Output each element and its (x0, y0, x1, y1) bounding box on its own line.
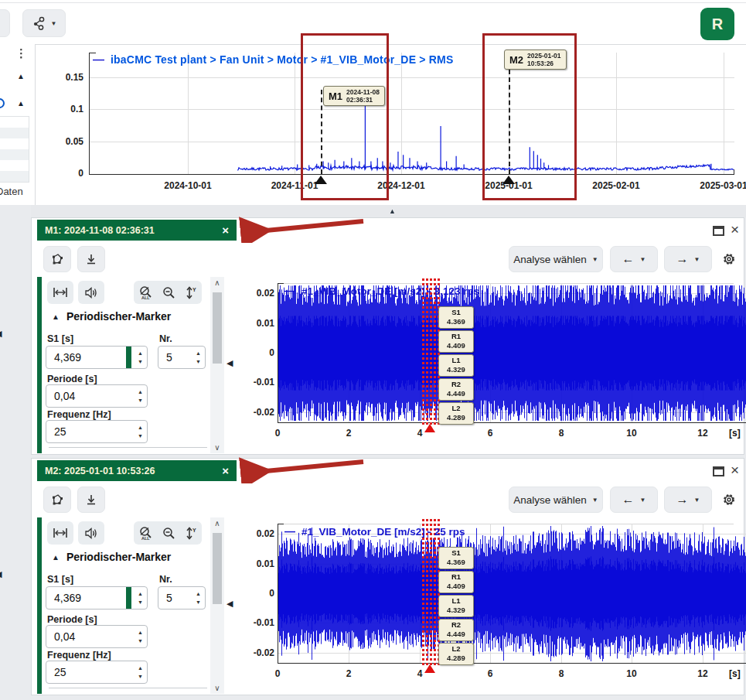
maximize-icon[interactable] (713, 226, 724, 236)
periodic-marker-section-header[interactable]: ▲ Periodischer-Marker (52, 551, 171, 563)
marker-flag-r1[interactable]: R1 4.409 (438, 571, 474, 593)
marker-flag-l1[interactable]: L1 4.329 (438, 354, 474, 377)
overview-trend-canvas[interactable] (89, 53, 734, 174)
shape-select-button[interactable] (43, 487, 71, 513)
wave-legend-label[interactable]: #1_VIB_Motor_DE [m/s2] - 3,123 rps (301, 285, 479, 297)
scrollbar-thumb[interactable] (213, 533, 222, 604)
waveform-canvas[interactable] (278, 524, 746, 663)
s1-stepper[interactable]: ▲▼ (138, 349, 143, 366)
marker-flag-s1[interactable]: S1 4.369 (438, 306, 474, 329)
marker-flag-r2[interactable]: R2 4.449 (438, 619, 474, 641)
prev-marker-button[interactable]: ← ▼ (610, 246, 658, 272)
list-item[interactable] (0, 160, 29, 171)
periodic-marker-line[interactable] (426, 278, 428, 425)
list-item[interactable] (0, 128, 29, 138)
panel-close-icon[interactable]: × (731, 221, 739, 237)
panel-close-icon[interactable]: × (731, 462, 739, 478)
marker-flag-s1[interactable]: S1 4.369 (438, 547, 474, 569)
periodic-marker-line[interactable] (430, 278, 432, 425)
prev-marker-button[interactable]: ← ▼ (610, 487, 658, 513)
partial-toolbar-button[interactable] (0, 9, 10, 37)
periode-input[interactable]: 0,04 ▲▼ (46, 625, 148, 648)
tab-close-icon[interactable]: × (222, 224, 229, 237)
frequenz-stepper[interactable]: ▲▼ (138, 664, 143, 681)
wave-legend-label[interactable]: #1_VIB_Motor_DE [m/s2] - 25 rps (301, 526, 465, 538)
settings-scrollbar[interactable]: ∧ ∨ (210, 277, 224, 453)
analyse-select-button[interactable]: Analyse wählen ▼ (509, 487, 603, 513)
sidebar-list-remnant[interactable] (0, 116, 29, 183)
settings-scrollbar[interactable]: ∧ ∨ (210, 517, 224, 694)
frequenz-input[interactable]: 25 ▲▼ (46, 661, 148, 684)
s1-input[interactable]: 4,369 ▲▼ (46, 346, 148, 369)
settings-button[interactable] (717, 248, 741, 271)
frequenz-input[interactable]: 25 ▲▼ (46, 420, 148, 443)
s1-input[interactable]: 4,369 ▲▼ (46, 586, 148, 610)
zoom-all-button[interactable]: ALL (138, 526, 153, 541)
settings-button[interactable] (717, 488, 741, 511)
list-item[interactable] (0, 138, 29, 149)
frequenz-stepper[interactable]: ▲▼ (138, 423, 143, 440)
scroll-up-icon[interactable]: ∧ (210, 278, 224, 287)
periode-stepper[interactable]: ▲▼ (138, 628, 143, 645)
maximize-icon[interactable] (713, 466, 724, 476)
periode-stepper[interactable]: ▲▼ (138, 388, 143, 405)
collapse-up-icon[interactable]: ▲ (17, 99, 25, 108)
settings-collapse-arrow[interactable]: ◀ (227, 599, 233, 609)
analyse-select-button[interactable]: Analyse wählen ▼ (509, 246, 603, 272)
audio-button[interactable] (78, 281, 104, 304)
user-avatar[interactable]: R (700, 8, 734, 40)
marker-flag-l1[interactable]: L1 4.329 (438, 595, 474, 617)
panel-collapse-arrow[interactable]: ◀ (0, 329, 2, 339)
waveform-canvas[interactable] (278, 284, 746, 422)
scroll-up-icon[interactable]: ∧ (210, 519, 224, 528)
next-marker-button[interactable]: → ▼ (664, 487, 712, 513)
periodic-marker-line[interactable] (422, 519, 424, 666)
nr-input[interactable]: 5 ▲▼ (158, 586, 206, 610)
nr-input[interactable]: 5 ▲▼ (158, 346, 206, 369)
marker-flag-r2[interactable]: R2 4.449 (438, 378, 474, 401)
collapse-up-icon[interactable]: ▲ (17, 72, 25, 80)
splitter-handle-icon[interactable]: ▲ (389, 207, 396, 215)
periodic-marker-line[interactable] (426, 519, 428, 666)
y-scale-button[interactable]: Y (185, 526, 197, 541)
zoom-out-button[interactable] (162, 285, 176, 300)
fit-width-button[interactable] (47, 281, 73, 304)
kebab-menu-icon[interactable]: ⋮ (15, 46, 27, 60)
next-marker-button[interactable]: → ▼ (664, 246, 712, 272)
panel-tab-m1[interactable]: M1: 2024-11-08 02:36:31 × (37, 220, 237, 241)
zoom-all-button[interactable]: ALL (138, 285, 153, 300)
periodic-marker-line[interactable] (422, 278, 424, 425)
periodic-marker-line[interactable] (434, 519, 436, 666)
tab-close-icon[interactable]: × (222, 464, 229, 477)
shape-select-button[interactable] (43, 246, 71, 272)
list-item[interactable] (0, 149, 29, 160)
periodic-marker-anchor[interactable] (424, 664, 435, 673)
panel-tab-m2[interactable]: M2: 2025-01-01 10:53:26 × (37, 460, 237, 481)
download-button[interactable] (77, 246, 105, 272)
share-menu-button[interactable]: ▼ (22, 9, 66, 37)
list-item[interactable] (0, 171, 29, 182)
horizontal-splitter[interactable]: ▲ (31, 205, 746, 217)
scroll-down-icon[interactable]: ∨ (210, 443, 224, 452)
periodic-marker-line[interactable] (434, 278, 436, 425)
download-button[interactable] (77, 487, 105, 513)
s1-stepper[interactable]: ▲▼ (138, 589, 143, 606)
periode-input[interactable]: 0,04 ▲▼ (46, 384, 148, 408)
marker-flag-r1[interactable]: R1 4.409 (438, 330, 474, 353)
nr-stepper[interactable]: ▲▼ (196, 349, 201, 366)
marker-flag-l2[interactable]: L2 4.289 (438, 402, 474, 425)
periodic-marker-section-header[interactable]: ▲ Periodischer-Marker (52, 310, 171, 323)
list-item[interactable] (0, 117, 29, 128)
settings-collapse-arrow[interactable]: ◀ (227, 358, 233, 368)
fit-width-button[interactable] (47, 521, 73, 545)
overview-breadcrumb[interactable]: ibaCMC Test plant > Fan Unit > Motor > #… (111, 53, 453, 66)
scroll-down-icon[interactable]: ∨ (210, 684, 224, 692)
marker-flag-l2[interactable]: L2 4.289 (438, 643, 474, 665)
zoom-out-button[interactable] (162, 526, 176, 541)
periodic-marker-line[interactable] (430, 519, 432, 666)
scrollbar-thumb[interactable] (213, 292, 222, 364)
periodic-marker-anchor[interactable] (424, 424, 435, 432)
audio-button[interactable] (78, 521, 104, 545)
nr-stepper[interactable]: ▲▼ (196, 589, 201, 606)
y-scale-button[interactable]: Y (185, 285, 197, 300)
